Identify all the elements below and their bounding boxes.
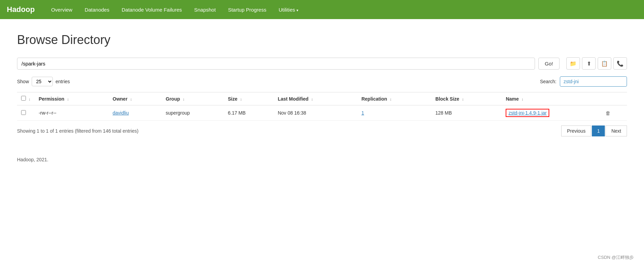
col-last-modified: Last Modified ↕ <box>274 92 357 105</box>
list-icon-button[interactable]: 📋 <box>598 57 611 70</box>
directory-table: ↕ Permission ↕ Owner ↕ Group ↕ Size ↕ <box>17 92 627 121</box>
pagination: Previous 1 Next <box>561 125 627 136</box>
toolbar-icons: 📁 ⬆ 📋 📞 <box>566 57 627 70</box>
replication-sort-icon[interactable]: ↕ <box>390 97 392 101</box>
upload-icon-button[interactable]: ⬆ <box>582 57 596 70</box>
col-name: Name ↕ <box>502 92 601 105</box>
group-sort-icon[interactable]: ↕ <box>183 97 185 101</box>
nav-datanodes[interactable]: Datanodes <box>78 1 116 19</box>
show-label: Show <box>17 79 29 84</box>
row-delete: 🗑 <box>601 105 627 121</box>
replication-link[interactable]: 1 <box>362 110 364 116</box>
row-checkbox[interactable] <box>21 110 26 115</box>
table-body: -rw-r--r-- davidliu supergroup 6.17 MB N… <box>17 105 627 121</box>
nav-utilities[interactable]: Utilities ▾ <box>273 1 305 19</box>
delete-icon[interactable]: 🗑 <box>605 110 611 116</box>
name-sort-icon[interactable]: ↕ <box>521 97 523 101</box>
table-footer: Showing 1 to 1 of 1 entries (filtered fr… <box>17 125 627 136</box>
row-block-size: 128 MB <box>431 105 502 121</box>
controls-bar: Show 10 25 50 100 entries Search: <box>17 76 627 87</box>
show-entries-control: Show 10 25 50 100 entries <box>17 77 70 86</box>
path-input[interactable] <box>17 58 535 70</box>
block-size-sort-icon[interactable]: ↕ <box>462 97 464 101</box>
col-owner: Owner ↕ <box>109 92 162 105</box>
nav-snapshot[interactable]: Snapshot <box>188 1 222 19</box>
last-modified-sort-icon[interactable]: ↕ <box>311 97 313 101</box>
search-bar: Search: <box>540 76 627 87</box>
next-button[interactable]: Next <box>605 125 627 136</box>
owner-link[interactable]: davidliu <box>113 110 129 116</box>
col-size: Size ↕ <box>224 92 274 105</box>
table-header: ↕ Permission ↕ Owner ↕ Group ↕ Size ↕ <box>17 92 627 105</box>
row-group: supergroup <box>162 105 224 121</box>
search-label: Search: <box>540 79 556 84</box>
footer-text: Hadoop, 2021. <box>17 157 48 162</box>
file-link[interactable]: zstd-jni-1.4.9-1.jar <box>508 110 547 116</box>
col-actions <box>601 92 627 105</box>
row-owner: davidliu <box>109 105 162 121</box>
path-bar: Go! 📁 ⬆ 📋 📞 <box>17 57 627 70</box>
table-row: -rw-r--r-- davidliu supergroup 6.17 MB N… <box>17 105 627 121</box>
previous-button[interactable]: Previous <box>561 125 591 136</box>
main-content: Browse Directory Go! 📁 ⬆ 📋 📞 Show 10 25 … <box>0 19 644 150</box>
row-size: 6.17 MB <box>224 105 274 121</box>
row-name: zstd-jni-1.4.9-1.jar <box>502 105 601 121</box>
folder-icon-button[interactable]: 📁 <box>566 57 580 70</box>
navbar: Hadoop Overview Datanodes Datanode Volum… <box>0 0 644 19</box>
row-last-modified: Nov 08 16:38 <box>274 105 357 121</box>
col-checkbox-header: ↕ <box>17 92 34 105</box>
navbar-brand[interactable]: Hadoop <box>7 5 35 14</box>
owner-sort-icon[interactable]: ↕ <box>130 97 132 101</box>
row-checkbox-cell <box>17 105 34 121</box>
nav-links: Overview Datanodes Datanode Volume Failu… <box>45 1 305 19</box>
col-block-size: Block Size ↕ <box>431 92 502 105</box>
copy-icon-button[interactable]: 📞 <box>613 57 627 70</box>
row-permission: -rw-r--r-- <box>34 105 108 121</box>
size-sort-icon[interactable]: ↕ <box>240 97 242 101</box>
select-all-checkbox[interactable] <box>21 96 26 101</box>
sort-icon[interactable]: ↕ <box>29 97 31 101</box>
col-group: Group ↕ <box>162 92 224 105</box>
chevron-down-icon: ▾ <box>296 8 298 12</box>
go-button[interactable]: Go! <box>538 58 559 70</box>
page-title: Browse Directory <box>17 33 627 47</box>
entries-label: entries <box>56 79 70 84</box>
row-replication: 1 <box>357 105 431 121</box>
col-replication: Replication ↕ <box>357 92 431 105</box>
entries-select[interactable]: 10 25 50 100 <box>32 77 53 86</box>
col-permission: Permission ↕ <box>34 92 108 105</box>
nav-startup-progress[interactable]: Startup Progress <box>222 1 273 19</box>
nav-overview[interactable]: Overview <box>45 1 79 19</box>
permission-sort-icon[interactable]: ↕ <box>67 97 69 101</box>
footer: Hadoop, 2021. <box>0 150 644 169</box>
nav-datanode-volume-failures[interactable]: Datanode Volume Failures <box>116 1 188 19</box>
current-page[interactable]: 1 <box>592 125 605 136</box>
search-input[interactable] <box>560 76 627 87</box>
file-name-box: zstd-jni-1.4.9-1.jar <box>506 109 549 117</box>
showing-text: Showing 1 to 1 of 1 entries (filtered fr… <box>17 128 138 134</box>
